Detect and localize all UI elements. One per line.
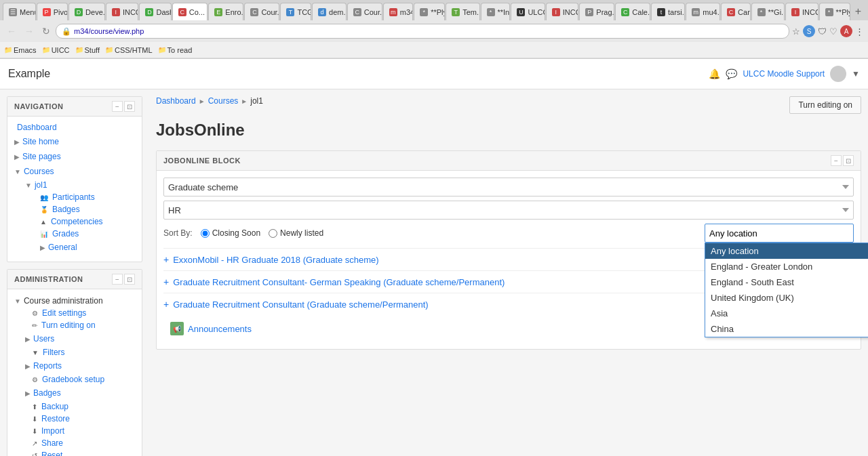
breadcrumb-courses[interactable]: Courses xyxy=(208,96,239,106)
category-select[interactable]: Graduate scheme Internship Permanent xyxy=(163,178,854,196)
tab-gi[interactable]: * **Gi... xyxy=(751,3,785,20)
nav-leaf-grades[interactable]: 📊 Grades xyxy=(24,228,142,240)
tab-co-active[interactable]: C Co... × xyxy=(172,3,208,20)
navigation-config-button[interactable]: ⊡ xyxy=(124,101,135,112)
tab-inf[interactable]: * **Inf xyxy=(481,3,511,20)
job-title-link-3[interactable]: Graduate Recruitment Consultant (Graduat… xyxy=(173,299,428,310)
sort-by-label: Sort By: xyxy=(163,228,193,238)
tab-enro[interactable]: E Enro... xyxy=(208,3,243,20)
jobonline-config-button[interactable]: ⊡ xyxy=(843,155,854,166)
menu-icon[interactable]: ⋮ xyxy=(855,26,864,37)
location-dropdown-item-london[interactable]: England - Greater London xyxy=(705,259,868,274)
administration-minimize-button[interactable]: − xyxy=(112,274,123,285)
bookmark-star-icon[interactable]: ☆ xyxy=(792,26,800,37)
nav-item-dashboard[interactable]: Dashboard xyxy=(7,121,142,134)
breadcrumb-dashboard[interactable]: Dashboard xyxy=(156,96,196,106)
tab-ulcc[interactable]: U ULCC xyxy=(511,3,545,20)
tab-can[interactable]: C Can xyxy=(721,3,750,20)
new-tab-button[interactable]: + xyxy=(851,5,865,18)
nav-leaf-share[interactable]: ↗ Share xyxy=(16,437,142,449)
nav-group-users-header[interactable]: ▶ Users xyxy=(16,333,142,345)
avatar-dropdown-icon[interactable]: ▼ xyxy=(852,69,860,79)
tab-dash[interactable]: D Dash xyxy=(139,3,171,20)
location-dropdown-item-uk[interactable]: United Kingdom (UK) xyxy=(705,290,868,306)
nav-leaf-restore[interactable]: ⬇ Restore xyxy=(16,413,142,425)
chrome-extension-icon[interactable]: S xyxy=(803,25,815,37)
profile-icon[interactable]: A xyxy=(840,25,852,37)
sector-select[interactable]: HR Finance IT Marketing xyxy=(163,201,854,220)
nav-group-courses-header[interactable]: ▼ Courses xyxy=(7,165,142,178)
job-expand-icon-2[interactable]: + xyxy=(163,276,169,287)
tab-tcg[interactable]: T TCG xyxy=(280,3,311,20)
nav-leaf-filters[interactable]: ▼ Filters xyxy=(16,346,142,358)
tab-cour1[interactable]: C Cour... xyxy=(244,3,279,20)
turn-editing-on-button[interactable]: Turn editing on xyxy=(789,96,861,114)
sort-newly-listed-radio[interactable] xyxy=(269,229,277,238)
notification-bell-button[interactable]: 🔔 xyxy=(709,68,720,79)
sort-newly-listed-option[interactable]: Newly listed xyxy=(269,228,323,238)
tab-inco2[interactable]: I INCO xyxy=(546,3,579,20)
tab-inco3[interactable]: I INCO xyxy=(785,3,818,20)
comment-button[interactable]: 💬 xyxy=(726,68,737,79)
pencil-icon: ✏ xyxy=(32,322,37,329)
tab-inco1[interactable]: I INCO xyxy=(106,3,139,20)
nav-leaf-participants[interactable]: 👥 Participants xyxy=(24,191,142,203)
moodle-support-link[interactable]: ULCC Moodle Support xyxy=(743,69,825,79)
nav-group-site-pages-header[interactable]: ▶ Site pages xyxy=(7,150,142,163)
tab-mu4[interactable]: m mu4... xyxy=(686,3,720,20)
tab-tarsi[interactable]: t tarsi... xyxy=(651,3,685,20)
sort-closing-soon-radio[interactable] xyxy=(201,229,210,238)
user-avatar[interactable] xyxy=(830,66,846,82)
tab-tem[interactable]: T Tem... xyxy=(446,3,479,20)
nav-leaf-turn-editing-on[interactable]: ✏ Turn editing on xyxy=(16,319,142,331)
location-select[interactable]: Any location England - Greater London En… xyxy=(705,224,854,243)
forward-button[interactable]: → xyxy=(22,24,37,38)
tab-ply2[interactable]: * **Ply xyxy=(819,3,850,20)
tab-ply1[interactable]: * **Ply xyxy=(414,3,445,20)
bookmark-csshtml[interactable]: 📁 CSS/HTML xyxy=(105,46,153,54)
job-title-link-1[interactable]: ExxonMobil - HR Graduate 2018 (Graduate … xyxy=(173,255,378,265)
tab-cale[interactable]: C Cale... xyxy=(615,3,650,20)
nav-leaf-edit-settings[interactable]: ⚙ Edit settings xyxy=(16,307,142,319)
job-expand-icon-3[interactable]: + xyxy=(163,299,169,310)
jobonline-minimize-button[interactable]: − xyxy=(831,155,842,166)
nav-group-course-admin-header[interactable]: ▼ Course administration xyxy=(7,295,142,307)
nav-group-admin-badges-header[interactable]: ▶ Badges xyxy=(16,387,142,399)
job-expand-icon-1[interactable]: + xyxy=(163,254,169,265)
nav-group-site-home-header[interactable]: ▶ Site home xyxy=(7,136,142,148)
tab-prag[interactable]: P Prag... xyxy=(579,3,614,20)
nav-leaf-competencies[interactable]: ▲ Competencies xyxy=(24,215,142,228)
shields-icon[interactable]: 🛡 xyxy=(818,26,827,37)
administration-config-button[interactable]: ⊡ xyxy=(124,274,135,285)
nav-leaf-badges[interactable]: 🏅 Badges xyxy=(24,203,142,215)
nav-group-general-header[interactable]: ▶ General xyxy=(24,241,142,253)
bookmark-emacs[interactable]: 📁 Emacs xyxy=(4,46,37,54)
reload-button[interactable]: ↻ xyxy=(39,24,53,38)
nav-leaf-reset[interactable]: ↺ Reset xyxy=(16,449,142,456)
tab-favicon: T xyxy=(286,8,294,16)
tab-menu[interactable]: ☰ Menu xyxy=(3,3,36,20)
tab-cour2[interactable]: C Cour... xyxy=(347,3,382,20)
tab-dem[interactable]: d dem... xyxy=(312,3,347,20)
nav-leaf-gradebook-setup[interactable]: ⚙ Gradebook setup xyxy=(16,373,142,386)
address-bar[interactable]: 🔒 m34/course/view.php xyxy=(56,24,789,39)
location-dropdown-item-southeast[interactable]: England - South East xyxy=(705,274,868,290)
sort-closing-soon-option[interactable]: Closing Soon xyxy=(201,228,260,238)
location-dropdown-item-asia[interactable]: Asia xyxy=(705,306,868,321)
navigation-minimize-button[interactable]: − xyxy=(112,101,123,112)
bookmark-uicc[interactable]: 📁 UICC xyxy=(42,46,70,54)
tab-pivot[interactable]: P Pivot xyxy=(37,3,68,20)
location-dropdown-item-china[interactable]: China xyxy=(705,321,868,337)
heart-icon[interactable]: ♡ xyxy=(829,26,837,37)
nav-leaf-import[interactable]: ⬇ Import xyxy=(16,425,142,437)
nav-group-reports-header[interactable]: ▶ Reports xyxy=(16,360,142,372)
bookmark-toread[interactable]: 📁 To read xyxy=(158,46,193,54)
tab-deve[interactable]: D Deve... xyxy=(68,3,105,20)
location-dropdown-item-any[interactable]: Any location xyxy=(705,243,868,259)
back-button[interactable]: ← xyxy=(4,24,19,38)
nav-group-jol1-header[interactable]: ▼ jol1 xyxy=(16,179,142,191)
job-title-link-2[interactable]: Graduate Recruitment Consultant- German … xyxy=(173,277,505,287)
bookmark-stuff[interactable]: 📁 Stuff xyxy=(75,46,100,54)
nav-leaf-backup[interactable]: ⬆ Backup xyxy=(16,400,142,413)
tab-m34[interactable]: m m34 xyxy=(383,3,413,20)
